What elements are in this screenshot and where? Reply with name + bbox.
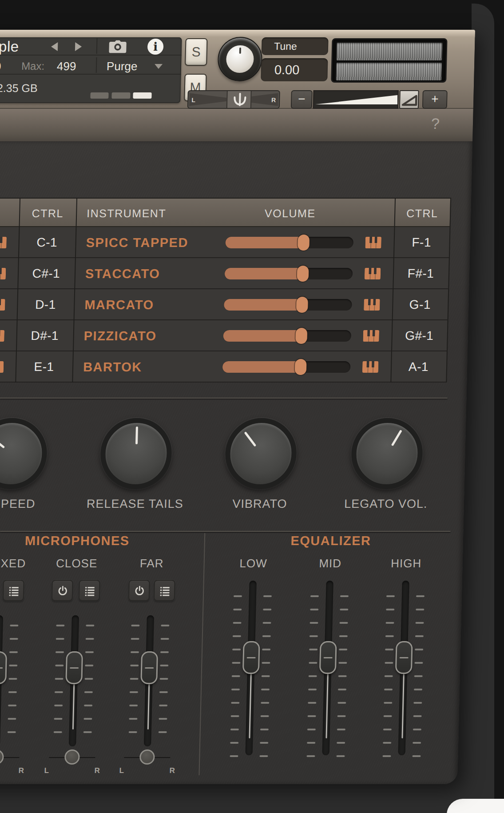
purge-button[interactable]: Purge <box>107 60 138 73</box>
mic-pan-r-label: R <box>94 766 100 775</box>
fader-handle[interactable] <box>140 651 158 684</box>
fader-tick <box>233 622 241 624</box>
fader-tick <box>130 678 139 680</box>
fader-tick <box>261 715 269 717</box>
kontakt-panel: ple i 0 Max: 499 <box>0 30 475 784</box>
volume-slider-thumb[interactable] <box>296 297 308 313</box>
fader-tick <box>307 742 315 744</box>
keyboard-icon[interactable] <box>0 268 6 279</box>
fader-tick <box>386 609 394 610</box>
volume-handle[interactable] <box>399 90 419 109</box>
fader-tick <box>413 702 422 704</box>
volume-slider-thumb[interactable] <box>297 266 309 282</box>
volume-slider[interactable] <box>225 268 353 279</box>
fader-handle[interactable] <box>65 651 83 684</box>
fader-tick <box>413 742 421 744</box>
volume-slider[interactable] <box>225 237 353 248</box>
volume-slider[interactable] <box>223 330 351 342</box>
fader-tick <box>338 689 346 690</box>
keyboard-icon[interactable] <box>363 330 379 342</box>
purge-caret-icon[interactable] <box>155 64 163 69</box>
fader-handle-line <box>0 667 3 669</box>
articulation-table-header: CTRL INSTRUMENT VOLUME CTRL <box>0 198 450 227</box>
info-icon[interactable]: i <box>147 39 164 55</box>
volume-slider-thumb[interactable] <box>298 235 310 251</box>
fader-tick <box>385 662 393 664</box>
keyboard-icon[interactable] <box>0 330 4 342</box>
keyboard-icon[interactable] <box>365 268 381 279</box>
list-button[interactable] <box>79 580 100 601</box>
prev-instrument-icon[interactable] <box>51 42 58 51</box>
pan-slider[interactable]: L R <box>187 90 280 109</box>
level-meter-left <box>336 43 442 60</box>
output-volume-slider[interactable]: − + <box>291 90 448 109</box>
fader-tick <box>232 649 241 650</box>
fader-tick <box>260 742 268 744</box>
instrument-name-label[interactable]: ple <box>0 38 19 55</box>
volume-slider[interactable] <box>224 299 352 311</box>
keyboard-icon[interactable] <box>365 237 381 248</box>
volume-wedge-track[interactable] <box>313 90 399 109</box>
fader-tick <box>262 675 270 677</box>
fader-tick <box>310 635 318 637</box>
keyboard-icon[interactable] <box>0 299 5 311</box>
header-top-edge <box>0 30 475 37</box>
keyboard-icon[interactable] <box>362 361 379 373</box>
help-icon[interactable]: ? <box>431 115 440 132</box>
snapshot-camera-icon[interactable] <box>108 40 128 53</box>
fader-tick <box>383 729 392 730</box>
fader-tick <box>308 715 316 717</box>
fader-handle[interactable] <box>395 641 413 674</box>
keyboard-icon[interactable] <box>0 361 4 373</box>
fader-tick <box>230 742 238 744</box>
fader-tick <box>86 638 94 640</box>
volume-slider-fill <box>222 361 301 373</box>
tune-knob[interactable] <box>217 37 262 81</box>
fader-tick <box>337 729 345 730</box>
fader-tick <box>306 755 315 757</box>
fader-handle[interactable] <box>242 641 260 674</box>
instrument-name: SPICC TAPPED <box>86 227 189 258</box>
fader-tick <box>233 609 242 610</box>
volume-slider-thumb[interactable] <box>295 359 307 375</box>
volume-plus-button[interactable]: + <box>422 90 448 109</box>
section-separator <box>0 531 450 532</box>
fader-tick <box>233 635 241 637</box>
fader-tick <box>382 755 391 757</box>
fader-tick <box>231 689 240 690</box>
power-button[interactable] <box>128 580 150 601</box>
fader-tick <box>263 609 271 610</box>
fader-tick <box>414 689 422 690</box>
fader-tick <box>129 731 137 733</box>
fader-tick <box>131 638 139 640</box>
next-instrument-icon[interactable] <box>75 42 82 51</box>
key-left-label: D-1 <box>17 289 75 320</box>
solo-button[interactable]: S <box>185 38 207 66</box>
fader-tick <box>131 625 139 626</box>
fader-tick <box>336 755 345 757</box>
fader-tick <box>308 689 317 690</box>
tune-value[interactable]: 0.00 <box>261 58 328 81</box>
list-button[interactable] <box>154 580 175 601</box>
volume-minus-button[interactable]: − <box>291 90 313 109</box>
fader-tick <box>130 665 139 666</box>
keyboard-icon[interactable] <box>0 237 7 248</box>
fader-tick <box>56 625 64 626</box>
fader-tick <box>159 718 167 720</box>
keyboard-icon[interactable] <box>364 299 380 311</box>
pan-center-handle[interactable] <box>226 91 252 108</box>
fader-handle[interactable] <box>319 641 337 674</box>
volume-slider-thumb[interactable] <box>295 328 307 344</box>
section-separator <box>0 398 447 399</box>
volume-slider[interactable] <box>222 361 351 373</box>
fader-tick <box>263 595 272 597</box>
fader-tick <box>309 649 317 650</box>
fader-tick <box>261 689 270 690</box>
rotary-knob[interactable] <box>100 418 173 489</box>
power-button[interactable] <box>52 580 73 601</box>
fader-tick <box>385 635 394 637</box>
divider <box>96 38 98 54</box>
fader-tick <box>337 702 346 704</box>
list-button[interactable] <box>3 580 24 601</box>
key-right-label: F-1 <box>393 227 450 258</box>
